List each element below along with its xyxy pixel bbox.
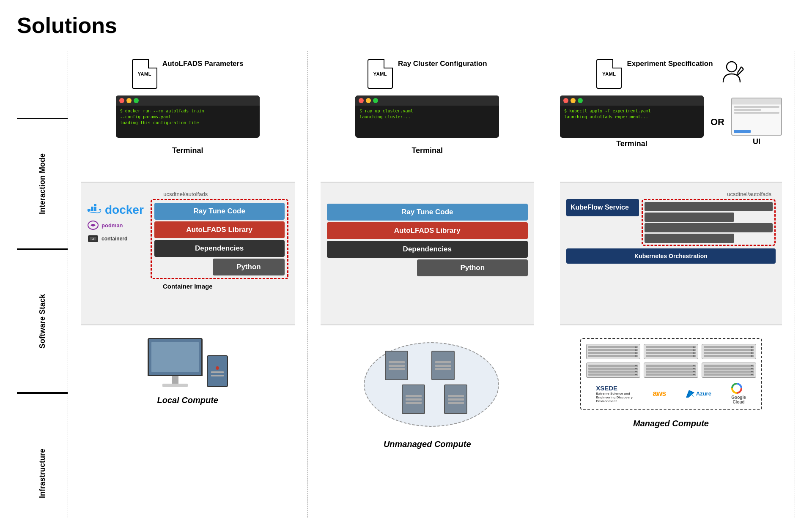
software-stack-label: Software Stack xyxy=(17,249,68,393)
terminal-caption-unmanaged: Terminal xyxy=(411,146,443,155)
xsede-logo: XSEDE Extreme Science andEngineering Dis… xyxy=(596,384,633,403)
server-1 xyxy=(385,351,408,380)
infra-caption-managed: Managed Compute xyxy=(633,419,709,428)
infra-managed: XSEDE Extreme Science andEngineering Dis… xyxy=(560,325,782,486)
docker-icons: docker podman xyxy=(87,203,144,244)
svg-point-6 xyxy=(99,209,101,210)
col-local: YAML AutoLFADS Parameters $ docker run - xyxy=(68,51,307,518)
aws-logo: aws xyxy=(653,389,666,398)
interaction-unmanaged: YAML Ray Cluster Configuration $ ray up xyxy=(321,51,535,182)
ui-caption: UI xyxy=(731,137,782,146)
unmanaged-cluster-illustration xyxy=(359,338,495,431)
diagram-container: Interaction Mode Software Stack Infrastr… xyxy=(17,51,795,518)
terminal-local: $ docker run --rm autolfads train --conf… xyxy=(116,95,260,138)
yaml-group-unmanaged: YAML Ray Cluster Configuration xyxy=(368,59,487,89)
three-col-layout: YAML AutoLFADS Parameters $ docker run - xyxy=(68,51,795,518)
ray-tune-block-local: Ray Tune Code xyxy=(154,203,285,220)
terminal-managed: $ kubectl apply -f experiment.yaml launc… xyxy=(560,95,704,138)
rack-5 xyxy=(644,363,698,378)
infra-caption-local: Local Compute xyxy=(157,395,218,405)
ray-tune-block-unmanaged: Ray Tune Code xyxy=(327,204,528,221)
monitor xyxy=(148,338,203,387)
col-unmanaged: YAML Ray Cluster Configuration $ ray up xyxy=(307,51,547,518)
kubeflow-dashed-inner xyxy=(642,199,776,246)
infra-local: Local Compute xyxy=(81,325,295,486)
containerd-icon: d containerd xyxy=(87,234,127,244)
terminal-body-unmanaged: $ ray up cluster.yaml launching cluster.… xyxy=(355,106,499,138)
terminal-unmanaged: $ ray up cluster.yaml launching cluster.… xyxy=(355,95,499,138)
azure-logo: Azure xyxy=(686,390,711,398)
interaction-local: YAML AutoLFADS Parameters $ docker run - xyxy=(81,51,295,182)
python-block-unmanaged: Python xyxy=(417,259,528,276)
svg-rect-1 xyxy=(91,209,93,211)
monitor-base xyxy=(162,384,188,387)
infra-caption-unmanaged: Unmanaged Compute xyxy=(384,439,471,449)
software-managed: ucsdtnel/autolfads KubeFlow Service xyxy=(560,182,782,325)
yaml-desc-managed: Experiment Specification xyxy=(627,59,713,68)
terminal-dot-yellow-local xyxy=(126,98,132,103)
container-caption: Container Image xyxy=(163,283,213,290)
software-local: ucsdtnel/autolfads xyxy=(81,182,295,325)
monitor-screen xyxy=(148,338,203,376)
python-block-local: Python xyxy=(213,259,284,275)
tower-pc xyxy=(207,355,228,387)
terminal-caption-managed: Terminal xyxy=(560,139,704,148)
stack-blocks-local: Ray Tune Code AutoLFADS Library Dependen… xyxy=(154,203,285,275)
server-grid xyxy=(586,344,756,378)
container-label-local: ucsdtnel/autolfads xyxy=(163,191,208,197)
rack-6 xyxy=(702,363,756,378)
managed-cluster-illustration: XSEDE Extreme Science andEngineering Dis… xyxy=(580,338,762,410)
dependencies-block-local: Dependencies xyxy=(154,240,285,257)
rack-1 xyxy=(586,344,641,359)
ui-box xyxy=(731,98,782,136)
monitor-stand xyxy=(172,376,178,384)
podman-icon: podman xyxy=(87,220,123,230)
page-title: Solutions xyxy=(17,13,795,38)
terminal-body-local: $ docker run --rm autolfads train --conf… xyxy=(116,106,260,138)
yaml-group-local: YAML AutoLFADS Parameters xyxy=(132,59,244,89)
dependencies-block-unmanaged: Dependencies xyxy=(327,241,528,258)
software-unmanaged: Ray Tune Code AutoLFADS Library Dependen… xyxy=(321,182,535,325)
dashed-container-local: Ray Tune Code AutoLFADS Library Dependen… xyxy=(151,199,288,279)
svg-rect-2 xyxy=(94,209,96,211)
rack-4 xyxy=(586,363,641,378)
yaml-file-local: YAML xyxy=(132,59,157,89)
svg-rect-4 xyxy=(94,207,96,209)
infra-unmanaged: Unmanaged Compute xyxy=(321,325,535,486)
yaml-icon-managed: YAML xyxy=(596,59,622,89)
kubeflow-container: KubeFlow Service Kubernetes Orchest xyxy=(566,199,776,264)
gcloud-logo: GoogleCloud xyxy=(731,383,746,404)
experiment-icons: YAML Experiment Specification xyxy=(596,59,745,89)
svg-rect-3 xyxy=(91,207,93,209)
terminal-caption-local: Terminal xyxy=(172,146,203,155)
docker-icon: docker xyxy=(87,203,144,217)
svg-point-11 xyxy=(727,62,737,72)
software-with-icons-local: docker podman xyxy=(87,199,288,279)
yaml-file-unmanaged: YAML xyxy=(368,59,393,89)
person-pencil-icon xyxy=(718,59,746,87)
server-2 xyxy=(431,351,455,380)
server-3 xyxy=(402,384,425,414)
svg-rect-5 xyxy=(94,204,96,206)
interaction-mode-label: Interaction Mode xyxy=(17,118,68,249)
terminal-managed-group: $ kubectl apply -f experiment.yaml launc… xyxy=(560,95,704,148)
main-content: YAML AutoLFADS Parameters $ docker run - xyxy=(68,51,795,518)
interaction-managed: YAML Experiment Specification xyxy=(560,51,782,182)
terminal-or-ui: $ kubectl apply -f experiment.yaml launc… xyxy=(560,95,782,148)
col-managed: YAML Experiment Specification xyxy=(547,51,795,518)
rack-2 xyxy=(644,344,698,359)
kubeflow-service: KubeFlow Service xyxy=(566,199,639,216)
terminal-body-managed: $ kubectl apply -f experiment.yaml launc… xyxy=(560,106,704,138)
kubernetes-bar: Kubernetes Orchestration xyxy=(566,248,776,264)
yaml-desc-unmanaged: Ray Cluster Configuration xyxy=(398,59,487,68)
autolfads-block-local: AutoLFADS Library xyxy=(154,221,285,238)
yaml-desc-local: AutoLFADS Parameters xyxy=(162,59,244,68)
local-compute-illustration xyxy=(148,338,228,387)
container-label-managed: ucsdtnel/autolfads xyxy=(727,191,771,197)
stack-blocks-unmanaged: Ray Tune Code AutoLFADS Library Dependen… xyxy=(327,204,528,276)
svg-rect-0 xyxy=(88,209,91,211)
ui-group: UI xyxy=(731,98,782,146)
docker-svg xyxy=(87,204,102,216)
terminal-dot-red-local xyxy=(119,98,124,103)
svg-text:d: d xyxy=(92,238,94,240)
